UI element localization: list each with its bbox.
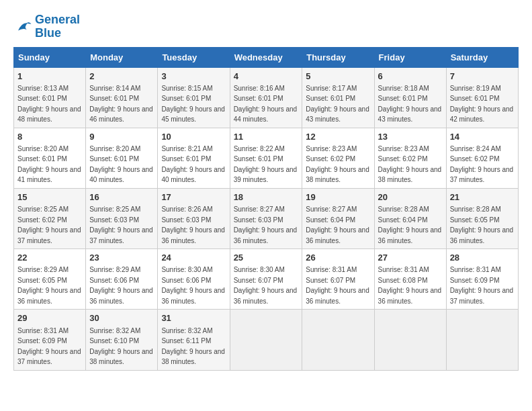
day-info: Sunrise: 8:31 AMSunset: 6:07 PMDaylight:… <box>306 266 369 305</box>
day-number: 9 <box>89 131 154 143</box>
day-number: 10 <box>161 131 226 143</box>
day-info: Sunrise: 8:15 AMSunset: 6:01 PMDaylight:… <box>161 85 225 124</box>
day-number: 6 <box>378 71 443 83</box>
calendar-week-row: 29 Sunrise: 8:31 AMSunset: 6:09 PMDaylig… <box>14 310 519 370</box>
calendar-cell: 21 Sunrise: 8:28 AMSunset: 6:05 PMDaylig… <box>446 188 518 248</box>
calendar-cell: 24 Sunrise: 8:30 AMSunset: 6:06 PMDaylig… <box>158 249 230 310</box>
calendar-cell: 11 Sunrise: 8:22 AMSunset: 6:01 PMDaylig… <box>230 128 302 188</box>
day-number: 15 <box>17 191 82 203</box>
calendar-cell: 31 Sunrise: 8:32 AMSunset: 6:11 PMDaylig… <box>158 310 230 370</box>
day-info: Sunrise: 8:23 AMSunset: 6:02 PMDaylight:… <box>378 145 442 184</box>
day-info: Sunrise: 8:32 AMSunset: 6:10 PMDaylight:… <box>89 327 153 366</box>
day-info: Sunrise: 8:22 AMSunset: 6:01 PMDaylight:… <box>234 145 298 184</box>
calendar-cell: 19 Sunrise: 8:27 AMSunset: 6:04 PMDaylig… <box>302 188 374 248</box>
calendar-cell: 2 Sunrise: 8:14 AMSunset: 6:01 PMDayligh… <box>86 67 158 128</box>
day-number: 3 <box>161 71 226 83</box>
logo-icon <box>13 17 32 36</box>
day-number: 19 <box>306 191 370 203</box>
day-info: Sunrise: 8:24 AMSunset: 6:02 PMDaylight:… <box>450 145 514 184</box>
day-number: 25 <box>234 252 299 264</box>
day-info: Sunrise: 8:31 AMSunset: 6:08 PMDaylight:… <box>378 266 442 305</box>
day-info: Sunrise: 8:23 AMSunset: 6:02 PMDaylight:… <box>306 145 369 184</box>
calendar-cell <box>302 310 374 370</box>
day-number: 27 <box>378 252 443 264</box>
day-info: Sunrise: 8:26 AMSunset: 6:03 PMDaylight:… <box>161 205 225 244</box>
calendar-cell: 28 Sunrise: 8:31 AMSunset: 6:09 PMDaylig… <box>446 249 518 310</box>
calendar-cell <box>446 310 518 370</box>
day-number: 11 <box>234 131 299 143</box>
day-info: Sunrise: 8:25 AMSunset: 6:03 PMDaylight:… <box>89 205 153 244</box>
calendar-week-row: 1 Sunrise: 8:13 AMSunset: 6:01 PMDayligh… <box>14 67 519 128</box>
day-info: Sunrise: 8:31 AMSunset: 6:09 PMDaylight:… <box>450 266 514 305</box>
day-number: 24 <box>161 252 226 264</box>
calendar-cell: 29 Sunrise: 8:31 AMSunset: 6:09 PMDaylig… <box>14 310 86 370</box>
day-info: Sunrise: 8:19 AMSunset: 6:01 PMDaylight:… <box>450 85 514 124</box>
day-info: Sunrise: 8:29 AMSunset: 6:06 PMDaylight:… <box>89 266 153 305</box>
header-day: Friday <box>374 47 446 67</box>
header-day: Sunday <box>14 47 86 67</box>
page-header: General Blue <box>13 13 519 40</box>
calendar-cell: 8 Sunrise: 8:20 AMSunset: 6:01 PMDayligh… <box>14 128 86 188</box>
calendar-cell: 1 Sunrise: 8:13 AMSunset: 6:01 PMDayligh… <box>14 67 86 128</box>
day-info: Sunrise: 8:28 AMSunset: 6:05 PMDaylight:… <box>450 205 514 244</box>
calendar-cell: 6 Sunrise: 8:18 AMSunset: 6:01 PMDayligh… <box>374 67 446 128</box>
day-number: 7 <box>450 71 515 83</box>
header-day: Wednesday <box>230 47 302 67</box>
logo-text: General Blue <box>35 13 80 40</box>
header-day: Thursday <box>302 47 374 67</box>
calendar-cell: 10 Sunrise: 8:21 AMSunset: 6:01 PMDaylig… <box>158 128 230 188</box>
day-info: Sunrise: 8:29 AMSunset: 6:05 PMDaylight:… <box>17 266 81 305</box>
day-number: 20 <box>378 191 443 203</box>
day-number: 21 <box>450 191 515 203</box>
logo: General Blue <box>13 13 80 40</box>
day-number: 28 <box>450 252 515 264</box>
day-number: 12 <box>306 131 370 143</box>
day-info: Sunrise: 8:28 AMSunset: 6:04 PMDaylight:… <box>378 205 442 244</box>
day-info: Sunrise: 8:30 AMSunset: 6:06 PMDaylight:… <box>161 266 225 305</box>
calendar-cell: 18 Sunrise: 8:27 AMSunset: 6:03 PMDaylig… <box>230 188 302 248</box>
day-info: Sunrise: 8:18 AMSunset: 6:01 PMDaylight:… <box>378 85 442 124</box>
calendar-cell: 12 Sunrise: 8:23 AMSunset: 6:02 PMDaylig… <box>302 128 374 188</box>
calendar-cell: 7 Sunrise: 8:19 AMSunset: 6:01 PMDayligh… <box>446 67 518 128</box>
day-info: Sunrise: 8:20 AMSunset: 6:01 PMDaylight:… <box>17 145 81 184</box>
day-number: 18 <box>234 191 299 203</box>
day-number: 13 <box>378 131 443 143</box>
day-info: Sunrise: 8:21 AMSunset: 6:01 PMDaylight:… <box>161 145 225 184</box>
day-number: 4 <box>234 71 299 83</box>
calendar-cell: 27 Sunrise: 8:31 AMSunset: 6:08 PMDaylig… <box>374 249 446 310</box>
header-row: SundayMondayTuesdayWednesdayThursdayFrid… <box>14 47 519 67</box>
calendar-week-row: 8 Sunrise: 8:20 AMSunset: 6:01 PMDayligh… <box>14 128 519 188</box>
day-info: Sunrise: 8:27 AMSunset: 6:04 PMDaylight:… <box>306 205 369 244</box>
day-info: Sunrise: 8:14 AMSunset: 6:01 PMDaylight:… <box>89 85 153 124</box>
calendar-week-row: 15 Sunrise: 8:25 AMSunset: 6:02 PMDaylig… <box>14 188 519 248</box>
header-day: Saturday <box>446 47 518 67</box>
calendar-cell: 16 Sunrise: 8:25 AMSunset: 6:03 PMDaylig… <box>86 188 158 248</box>
day-number: 5 <box>306 71 370 83</box>
header-day: Tuesday <box>158 47 230 67</box>
day-number: 30 <box>89 312 154 324</box>
header-day: Monday <box>86 47 158 67</box>
calendar-cell: 22 Sunrise: 8:29 AMSunset: 6:05 PMDaylig… <box>14 249 86 310</box>
calendar-week-row: 22 Sunrise: 8:29 AMSunset: 6:05 PMDaylig… <box>14 249 519 310</box>
calendar-cell: 15 Sunrise: 8:25 AMSunset: 6:02 PMDaylig… <box>14 188 86 248</box>
day-info: Sunrise: 8:27 AMSunset: 6:03 PMDaylight:… <box>234 205 298 244</box>
day-info: Sunrise: 8:25 AMSunset: 6:02 PMDaylight:… <box>17 205 81 244</box>
day-info: Sunrise: 8:17 AMSunset: 6:01 PMDaylight:… <box>306 85 369 124</box>
calendar-cell: 30 Sunrise: 8:32 AMSunset: 6:10 PMDaylig… <box>86 310 158 370</box>
calendar-cell: 3 Sunrise: 8:15 AMSunset: 6:01 PMDayligh… <box>158 67 230 128</box>
day-number: 23 <box>89 252 154 264</box>
day-number: 1 <box>17 71 82 83</box>
day-number: 14 <box>450 131 515 143</box>
calendar-cell: 25 Sunrise: 8:30 AMSunset: 6:07 PMDaylig… <box>230 249 302 310</box>
day-number: 2 <box>89 71 154 83</box>
day-number: 29 <box>17 312 82 324</box>
day-number: 22 <box>17 252 82 264</box>
calendar-cell: 17 Sunrise: 8:26 AMSunset: 6:03 PMDaylig… <box>158 188 230 248</box>
calendar-cell <box>230 310 302 370</box>
calendar-cell: 13 Sunrise: 8:23 AMSunset: 6:02 PMDaylig… <box>374 128 446 188</box>
calendar-table: SundayMondayTuesdayWednesdayThursdayFrid… <box>13 47 519 371</box>
day-number: 26 <box>306 252 370 264</box>
calendar-cell: 20 Sunrise: 8:28 AMSunset: 6:04 PMDaylig… <box>374 188 446 248</box>
calendar-cell: 26 Sunrise: 8:31 AMSunset: 6:07 PMDaylig… <box>302 249 374 310</box>
day-info: Sunrise: 8:13 AMSunset: 6:01 PMDaylight:… <box>17 85 81 124</box>
